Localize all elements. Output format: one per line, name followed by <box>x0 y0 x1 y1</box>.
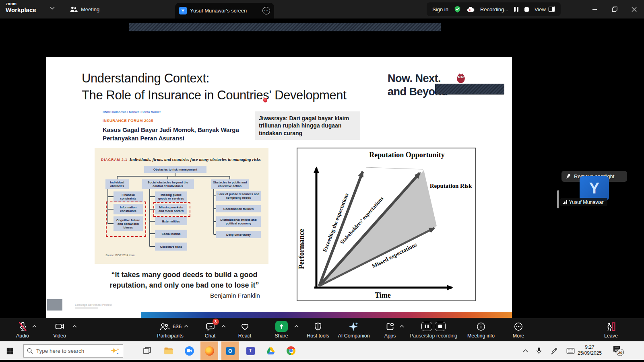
owl-icon <box>456 73 466 84</box>
react-label: React <box>238 333 252 339</box>
people-icon <box>69 5 78 13</box>
diagram-col1-header: Individual obstacles <box>105 179 129 189</box>
search-input[interactable]: Type here to search <box>23 344 123 358</box>
share-button[interactable]: Share <box>268 321 294 339</box>
stop-recording-button-icon[interactable] <box>435 322 446 331</box>
taskbar-app-firefox[interactable] <box>200 341 218 360</box>
diagram-root-box: Obstacles to risk management <box>144 166 206 173</box>
leave-door-icon <box>606 321 616 332</box>
video-button[interactable]: Video <box>47 321 72 339</box>
taskbar-app-file-explorer[interactable] <box>160 341 178 360</box>
pin-icon <box>566 173 571 179</box>
react-button[interactable]: React <box>232 321 258 339</box>
maximize-button[interactable] <box>605 0 624 19</box>
notification-center-button[interactable]: 20 <box>613 346 621 354</box>
meeting-info-label: Meeting info <box>467 333 495 339</box>
tray-mic-icon[interactable] <box>532 341 546 360</box>
chat-options-chevron[interactable] <box>221 325 226 328</box>
security-shield-icon[interactable] <box>454 5 461 13</box>
start-button[interactable] <box>1 341 19 360</box>
screen-artifact <box>47 299 62 311</box>
zoom-app-icon <box>185 346 194 356</box>
close-icon[interactable] <box>625 0 643 19</box>
zoom-workplace-window: zoom Workplace Meeting Y Yusuf Munawar's… <box>0 0 644 362</box>
notification-count-badge: 20 <box>617 349 624 356</box>
pause-recording-button-icon[interactable] <box>421 322 432 331</box>
share-screen-icon <box>275 321 288 332</box>
wdr-diagram: DIAGRAM 2.1Individuals, firms, and count… <box>95 148 268 264</box>
taskbar-app-teams[interactable]: T <box>242 341 259 360</box>
participants-button[interactable]: 636 Participants <box>148 321 192 339</box>
host-tools-label: Host tools <box>307 333 329 339</box>
tray-chevron-icon[interactable] <box>518 341 532 360</box>
task-view-icon[interactable] <box>138 341 156 360</box>
chrome-icon <box>287 346 295 355</box>
app-titlebar: zoom Workplace Meeting Y Yusuf Munawar's… <box>0 0 644 19</box>
chart-risk-label: Reputation Risk <box>430 183 472 189</box>
pause-stop-recording-button[interactable]: Pause/stop recording <box>399 321 468 339</box>
apps-icon <box>385 321 395 332</box>
info-icon <box>476 321 486 332</box>
windows-taskbar: Type here to search <box>0 341 644 360</box>
folder-icon <box>164 347 173 355</box>
ai-companion-button[interactable]: AI Companion <box>332 321 376 339</box>
logo-workplace-text: Workplace <box>6 7 36 13</box>
pause-recording-icon[interactable] <box>514 6 519 12</box>
slide-footer-gradient <box>141 312 512 318</box>
news-card-cnbc: CNBC Indonesia › Market › Berita Market … <box>103 110 252 143</box>
chart-title: Reputation Opportunity <box>369 151 445 159</box>
recording-label: Pause/stop recording <box>410 333 457 339</box>
taskbar-clock[interactable]: 9:27 25/09/2025 <box>576 344 604 356</box>
tab-meeting[interactable]: Meeting <box>69 0 99 19</box>
host-tools-button[interactable]: Host tools <box>302 321 334 339</box>
clock-time: 9:27 <box>576 344 604 350</box>
audio-options-chevron[interactable] <box>32 325 37 328</box>
teams-icon: T <box>246 347 255 355</box>
windows-logo-icon <box>6 348 13 354</box>
taskbar-app-chrome[interactable] <box>282 341 300 360</box>
scrollbar-thumb[interactable] <box>557 190 559 208</box>
diagram-box: Lack of public resources and competing n… <box>216 191 261 201</box>
laser-pointer-dot <box>263 98 267 103</box>
apps-label: Apps <box>384 333 396 339</box>
video-tile[interactable]: Y <box>580 176 609 201</box>
meeting-info-button[interactable]: Meeting info <box>461 321 501 339</box>
slide-title: Understanding Context: The Role of Insur… <box>82 70 346 104</box>
zoom-workplace-logo: zoom Workplace <box>6 2 36 13</box>
news-headline-2: Jiwasraya: Dari gagal bayar klaim triliu… <box>259 115 349 136</box>
tray-pen-icon[interactable] <box>547 341 562 360</box>
slide-title-line2: The Role of Insurance in Countries' Deve… <box>82 87 346 104</box>
chat-button[interactable]: 3 Chat <box>197 321 223 339</box>
taskbar-app-google-drive[interactable] <box>262 341 279 360</box>
video-options-chevron[interactable] <box>72 325 77 328</box>
tab-options-icon[interactable]: ⋯ <box>262 7 270 14</box>
chart-x-label: Time <box>375 291 391 299</box>
layout-icon <box>548 6 555 12</box>
leave-button[interactable]: Leave <box>598 321 624 339</box>
taskbar-app-outlook[interactable]: O <box>221 341 239 360</box>
view-button[interactable]: View <box>535 6 555 12</box>
participants-options-chevron[interactable] <box>184 325 188 328</box>
diagram-col3-header: Obstacles to public and collective actio… <box>211 179 249 189</box>
diagram-source: Source: WDR 2014 team. <box>105 254 135 257</box>
quote-block: “It takes many good deeds to build a goo… <box>101 269 267 299</box>
highlight-dashed-box <box>106 202 146 237</box>
minimize-button[interactable] <box>585 0 604 19</box>
copilot-sparkle-icon <box>110 347 120 356</box>
quote-text: “It takes many good deeds to build a goo… <box>101 269 267 290</box>
cloud-recording-icon <box>466 6 475 12</box>
stop-recording-icon[interactable] <box>524 7 529 12</box>
video-label: Video <box>53 333 66 339</box>
audio-button[interactable]: Audio <box>10 321 35 339</box>
diagram-box: Distributional effects and political eco… <box>216 216 261 227</box>
diagram-box: Coordination failures <box>216 205 261 212</box>
clock-date: 25/09/2025 <box>576 350 604 356</box>
sign-in-button[interactable]: Sign in <box>432 6 448 12</box>
muted-mic-icon <box>18 321 28 332</box>
more-button[interactable]: More <box>506 321 531 339</box>
taskbar-app-zoom[interactable] <box>180 341 198 360</box>
tab-shared-screen[interactable]: Y Yusuf Munawar's screen ⋯ <box>175 3 274 19</box>
workspace-dropdown-chevron-icon[interactable] <box>50 6 55 10</box>
share-options-chevron[interactable] <box>294 325 299 328</box>
avatar: Y <box>179 7 187 14</box>
